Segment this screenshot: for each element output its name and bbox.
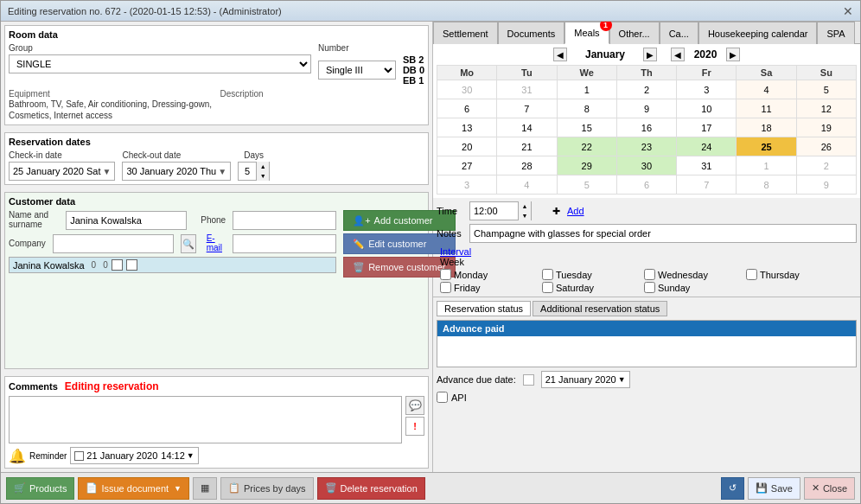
year-prev-button[interactable]: ◀ (671, 48, 685, 61)
save-button[interactable]: 💾 Save (748, 477, 800, 500)
checkout-input[interactable]: 30 January 2020 Thu ▼ (122, 162, 231, 181)
monday-checkbox[interactable] (440, 269, 451, 280)
interval-link[interactable]: Interval (440, 246, 471, 257)
calendar-day[interactable]: 5 (796, 80, 856, 99)
calendar-day[interactable]: 7 (497, 99, 557, 118)
status-tab-additional[interactable]: Additional reservation status (533, 301, 667, 316)
calendar-day[interactable]: 30 (616, 156, 676, 175)
friday-checkbox[interactable] (440, 282, 451, 293)
days-down-button[interactable]: ▼ (257, 171, 269, 181)
reminder-checkbox[interactable] (74, 451, 84, 461)
calendar-day[interactable]: 29 (557, 156, 616, 175)
tab-spa[interactable]: SPA (817, 22, 854, 44)
days-spinner[interactable]: 5 ▲ ▼ (238, 162, 270, 181)
wednesday-checkbox[interactable] (644, 269, 655, 280)
calendar-day[interactable]: 3 (437, 175, 497, 195)
month-next-button[interactable]: ▶ (643, 48, 657, 61)
add-link[interactable]: Add (567, 206, 584, 216)
calendar-day[interactable]: 21 (497, 137, 557, 156)
tuesday-checkbox[interactable] (542, 269, 553, 280)
name-input[interactable] (66, 211, 187, 230)
calendar-day[interactable]: 4 (497, 175, 557, 195)
calendar-day[interactable]: 23 (616, 137, 676, 156)
calendar-day[interactable]: 12 (796, 99, 856, 118)
calendar-day[interactable]: 30 (437, 80, 497, 99)
issue-document-button[interactable]: 📄 Issue document ▼ (78, 477, 189, 500)
calendar-day[interactable]: 5 (557, 175, 616, 195)
calendar-day[interactable]: 25 (737, 137, 796, 156)
calendar-day[interactable]: 26 (796, 137, 856, 156)
undo-button[interactable]: ↺ (721, 477, 744, 500)
calendar-day[interactable]: 8 (557, 99, 616, 118)
calendar-day[interactable]: 9 (796, 175, 856, 195)
number-select[interactable]: Single III (318, 61, 396, 80)
delete-reservation-button[interactable]: 🗑️ Delete reservation (317, 477, 425, 500)
calendar-grid-button[interactable]: ▦ (193, 477, 217, 500)
calendar-day[interactable]: 27 (437, 156, 497, 175)
thursday-checkbox[interactable] (746, 269, 757, 280)
calendar-day[interactable]: 22 (557, 137, 616, 156)
calendar-day[interactable]: 1 (737, 156, 796, 175)
calendar-day[interactable]: 3 (677, 80, 737, 99)
tab-other[interactable]: Other... (609, 22, 660, 44)
calendar-day[interactable]: 2 (796, 156, 856, 175)
time-spinner[interactable]: ▲ ▼ (469, 201, 532, 220)
time-input[interactable] (470, 202, 518, 220)
year-next-button[interactable]: ▶ (726, 48, 740, 61)
month-prev-button[interactable]: ◀ (553, 48, 567, 61)
advance-date-dropdown[interactable]: ▼ (618, 375, 626, 384)
checkbox2[interactable] (126, 259, 137, 271)
email-input[interactable] (233, 234, 336, 253)
api-checkbox[interactable] (437, 392, 448, 403)
calendar-day[interactable]: 4 (737, 80, 796, 99)
calendar-day[interactable]: 2 (616, 80, 676, 99)
tab-meals[interactable]: Meals 1 (564, 22, 609, 44)
advance-date[interactable]: 21 January 2020 ▼ (541, 371, 630, 388)
tab-settlement[interactable]: Settlement (433, 22, 498, 44)
notes-input[interactable] (469, 224, 857, 243)
time-down-button[interactable]: ▼ (519, 211, 531, 220)
status-item-advance-paid[interactable]: Advance paid (437, 321, 856, 336)
calendar-day[interactable]: 1 (557, 80, 616, 99)
calendar-day[interactable]: 18 (737, 118, 796, 137)
status-tab-main[interactable]: Reservation status (437, 301, 531, 316)
calendar-day[interactable]: 6 (616, 175, 676, 195)
close-button[interactable]: ✕ Close (804, 477, 855, 500)
calendar-day[interactable]: 8 (737, 175, 796, 195)
calendar-day[interactable]: 9 (616, 99, 676, 118)
calendar-day[interactable]: 28 (497, 156, 557, 175)
company-input[interactable] (53, 234, 174, 253)
reminder-dropdown-icon[interactable]: ▼ (187, 451, 195, 460)
calendar-day[interactable]: 19 (796, 118, 856, 137)
comments-textarea[interactable] (9, 396, 402, 443)
company-search-button[interactable]: 🔍 (181, 234, 196, 253)
products-button[interactable]: 🛒 Products (6, 477, 74, 500)
tab-documents[interactable]: Documents (498, 22, 565, 44)
tab-housekeeping[interactable]: Housekeeping calendar (698, 22, 818, 44)
reminder-date[interactable]: 21 January 2020 14:12 ▼ (70, 447, 198, 464)
checkbox1[interactable] (112, 259, 123, 271)
tab-ca[interactable]: Ca... (660, 22, 698, 44)
calendar-icon-2[interactable]: ▼ (218, 167, 226, 176)
calendar-day[interactable]: 6 (437, 99, 497, 118)
calendar-day[interactable]: 24 (677, 137, 737, 156)
comment-chat-button[interactable]: 💬 (405, 396, 424, 415)
calendar-day[interactable]: 31 (677, 156, 737, 175)
calendar-day[interactable]: 31 (497, 80, 557, 99)
days-up-button[interactable]: ▲ (257, 162, 269, 171)
dropdown-arrow-icon[interactable]: ▼ (174, 484, 182, 493)
calendar-icon[interactable]: ▼ (103, 167, 112, 176)
close-icon[interactable]: ✕ (843, 4, 853, 18)
saturday-checkbox[interactable] (542, 282, 553, 293)
calendar-day[interactable]: 11 (737, 99, 796, 118)
sunday-checkbox[interactable] (644, 282, 655, 293)
calendar-day[interactable]: 17 (677, 118, 737, 137)
calendar-day[interactable]: 16 (616, 118, 676, 137)
calendar-day[interactable]: 7 (677, 175, 737, 195)
prices-by-days-button[interactable]: 📋 Prices by days (220, 477, 314, 500)
calendar-day[interactable]: 20 (437, 137, 497, 156)
phone-input[interactable] (233, 211, 336, 230)
calendar-day[interactable]: 10 (677, 99, 737, 118)
calendar-day[interactable]: 15 (557, 118, 616, 137)
group-select[interactable]: SINGLE (9, 54, 311, 73)
